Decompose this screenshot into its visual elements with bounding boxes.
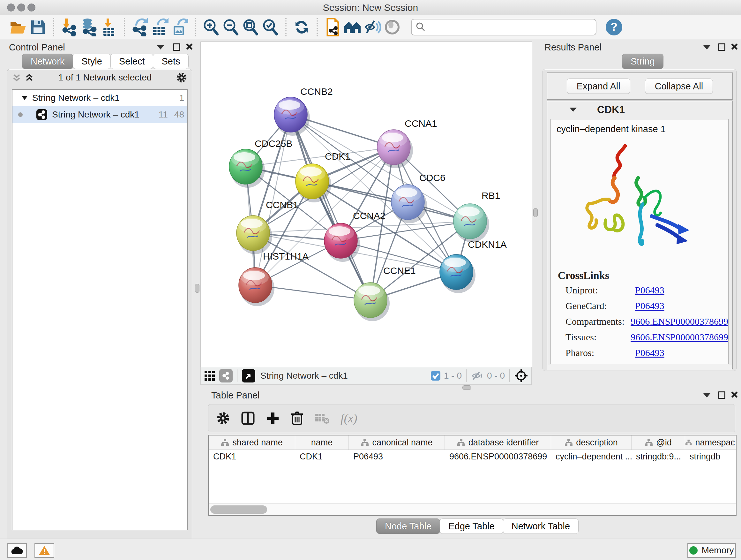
crosslink-link[interactable]: 9606.ENSP00000378699 xyxy=(630,332,728,343)
panel-close-icon[interactable] xyxy=(731,43,737,50)
collapse-entry-icon[interactable] xyxy=(569,108,577,112)
node-CDC6[interactable]: CDC6 xyxy=(391,172,446,223)
column-header-@id[interactable]: @id xyxy=(631,435,685,449)
right-splitter-handle[interactable] xyxy=(533,208,538,217)
panel-menu-icon[interactable] xyxy=(703,45,711,50)
column-header-database-identifier[interactable]: database identifier xyxy=(445,435,551,449)
help-icon[interactable]: ? xyxy=(604,17,624,37)
crosslink-link[interactable]: 9606.ENSP00000378699 xyxy=(630,316,728,327)
eye-slash-icon[interactable] xyxy=(362,17,382,37)
results-scrollbar[interactable] xyxy=(547,365,732,370)
edge-CCNB2-CCNE1[interactable] xyxy=(291,115,370,300)
grid-view-icon[interactable] xyxy=(204,370,215,381)
collapse-all-icon[interactable] xyxy=(12,73,21,82)
left-splitter-handle[interactable] xyxy=(195,284,199,293)
import-table-icon[interactable] xyxy=(99,17,119,37)
network-view-canvas[interactable]: CCNB2CCNA1CDC25BCDK1CDC6RB1CCNB1CCNA2CDK… xyxy=(200,42,532,367)
edge-RB1-CCNB1[interactable] xyxy=(253,221,470,233)
protein-structure-image xyxy=(566,140,703,268)
memory-button[interactable]: Memory xyxy=(687,543,736,558)
network-view-toolbar: String Network – cdk1 1 - 0 0 - 0 xyxy=(200,367,532,385)
column-header-name[interactable]: name xyxy=(295,435,349,449)
panel-float-icon[interactable] xyxy=(173,44,180,51)
panel-close-icon[interactable] xyxy=(731,391,737,397)
network-label: String Network – cdk1 xyxy=(52,110,139,120)
application-window: Session: New Session xyxy=(0,0,741,560)
import-database-icon[interactable] xyxy=(79,17,99,37)
network-collection-label: String Network – cdk1 xyxy=(32,93,120,103)
toolbar-separator xyxy=(53,18,54,37)
gene-header-row[interactable]: CDK1 xyxy=(547,101,732,118)
scrollbar-thumb[interactable] xyxy=(210,505,267,514)
crosslink-link[interactable]: P06493 xyxy=(635,348,664,358)
column-header-canonical-name[interactable]: canonical name xyxy=(349,435,445,449)
node-RB1[interactable]: RB1 xyxy=(454,190,500,242)
node-CDKN1A[interactable]: CDKN1A xyxy=(440,239,507,293)
panel-menu-icon[interactable] xyxy=(703,393,711,397)
houses-icon[interactable] xyxy=(343,17,362,37)
table-tab-edge-table[interactable]: Edge Table xyxy=(440,518,503,534)
panel-menu-icon[interactable] xyxy=(157,45,164,50)
import-network-icon[interactable] xyxy=(59,17,79,37)
column-label: description xyxy=(576,438,618,448)
cloud-button[interactable] xyxy=(7,543,27,558)
function-builder-icon-disabled: f(x) xyxy=(340,411,357,425)
zoom-out-icon[interactable] xyxy=(221,17,241,37)
zoom-selected-icon[interactable] xyxy=(260,17,280,37)
control-tab-sets[interactable]: Sets xyxy=(153,54,189,69)
node-HIST1H1A[interactable]: HIST1H1A xyxy=(239,251,309,306)
control-tab-network[interactable]: Network xyxy=(22,54,73,69)
export-table-icon[interactable] xyxy=(150,17,170,37)
detach-view-icon[interactable] xyxy=(242,369,255,382)
column-header-namespac[interactable]: namespac xyxy=(685,435,735,449)
selected-checkbox-icon[interactable] xyxy=(430,371,441,381)
save-icon[interactable] xyxy=(28,17,48,37)
select-columns-icon[interactable] xyxy=(241,411,255,425)
collapse-all-button[interactable]: Collapse All xyxy=(645,78,713,94)
document-share-icon[interactable] xyxy=(323,17,343,37)
node-CCNA2[interactable]: CCNA2 xyxy=(324,210,386,262)
table-tab-node-table[interactable]: Node Table xyxy=(376,518,440,534)
export-network-icon[interactable] xyxy=(130,17,150,37)
node-CCNB1[interactable]: CCNB1 xyxy=(237,199,298,254)
node-CCNA1[interactable]: CCNA1 xyxy=(377,118,437,168)
table-settings-gear-icon[interactable] xyxy=(216,411,230,425)
gear-icon[interactable] xyxy=(176,72,187,83)
search-input[interactable] xyxy=(411,19,596,36)
network-collection-row[interactable]: String Network – cdk1 1 xyxy=(12,90,187,106)
fit-content-crosshair-icon[interactable] xyxy=(514,369,528,383)
node-label-CDKN1A: CDKN1A xyxy=(468,239,507,250)
tab-string[interactable]: String xyxy=(622,54,664,69)
sphere-icon[interactable] xyxy=(382,17,402,37)
column-header-description[interactable]: description xyxy=(551,435,631,449)
table-tab-network-table[interactable]: Network Table xyxy=(503,518,579,534)
node-CCNE1[interactable]: CCNE1 xyxy=(354,265,416,321)
panel-close-icon[interactable] xyxy=(186,43,192,50)
expand-all-button[interactable]: Expand All xyxy=(567,78,630,94)
crosslink-link[interactable]: P06493 xyxy=(635,285,664,296)
table-row[interactable]: CDK1CDK1P064939606.ENSP00000378699cyclin… xyxy=(209,450,736,463)
share-view-icon[interactable] xyxy=(219,369,232,382)
expand-all-icon[interactable] xyxy=(24,73,34,82)
edge-CCNA1-CCNE1[interactable] xyxy=(370,147,394,300)
panel-float-icon[interactable] xyxy=(718,391,725,399)
zoom-fit-icon[interactable] xyxy=(241,17,260,37)
table-horizontal-scrollbar[interactable] xyxy=(209,503,736,515)
tree-expander-icon[interactable] xyxy=(21,94,28,102)
warnings-button[interactable] xyxy=(35,543,54,558)
delete-trash-icon[interactable] xyxy=(291,411,304,426)
export-image-icon[interactable] xyxy=(170,17,190,37)
node-CCNB2[interactable]: CCNB2 xyxy=(274,86,333,136)
edge-RB1-CCNA2[interactable] xyxy=(341,221,470,241)
network-row-selected[interactable]: String Network – cdk1 11 48 xyxy=(12,106,187,123)
add-column-icon[interactable] xyxy=(266,411,280,425)
node-CDC25B[interactable]: CDC25B xyxy=(229,138,292,188)
control-tab-select[interactable]: Select xyxy=(111,54,153,69)
column-header-shared-name[interactable]: shared name xyxy=(209,435,295,449)
open-folder-icon[interactable] xyxy=(8,17,28,37)
panel-float-icon[interactable] xyxy=(718,44,725,51)
control-tab-style[interactable]: Style xyxy=(73,54,111,69)
refresh-view-icon[interactable] xyxy=(292,17,312,37)
crosslink-link[interactable]: P06493 xyxy=(635,300,664,311)
zoom-in-icon[interactable] xyxy=(201,17,221,37)
